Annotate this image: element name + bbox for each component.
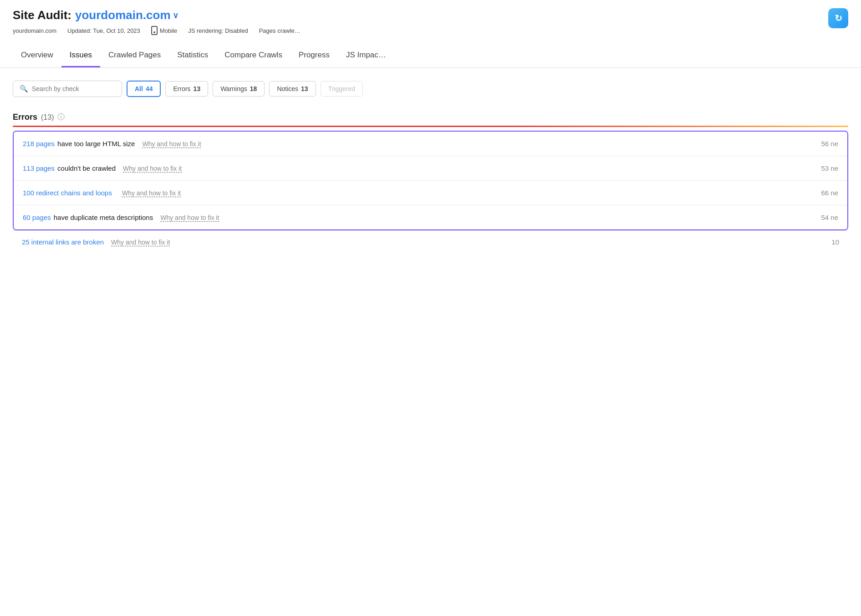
issue-text: 100 redirect chains and loops Why and ho… [23, 189, 812, 197]
meta-domain: yourdomain.com [13, 27, 56, 34]
tab-statistics[interactable]: Statistics [169, 44, 216, 67]
filter-all-count: 44 [146, 85, 153, 92]
issue-count-not-crawled: 53 ne [821, 164, 838, 172]
issue-link-duplicate-meta[interactable]: 60 pages [23, 214, 51, 221]
filter-notices-count: 13 [301, 85, 308, 92]
issues-container: 218 pages have too large HTML size Why a… [13, 131, 848, 230]
issue-row: 100 redirect chains and loops Why and ho… [14, 181, 847, 205]
tabs-nav: Overview Issues Crawled Pages Statistics… [0, 44, 861, 68]
tab-progress[interactable]: Progress [290, 44, 338, 67]
errors-section-header: Errors (13) ⓘ [13, 108, 848, 126]
errors-title: Errors [13, 112, 37, 122]
issue-count-html-size: 56 ne [821, 140, 838, 148]
issues-list: 218 pages have too large HTML size Why a… [13, 131, 848, 230]
issue-link-broken-internal[interactable]: 25 internal links are broken [22, 238, 104, 246]
issue-row: 218 pages have too large HTML size Why a… [14, 132, 847, 156]
filter-triggered-button[interactable]: Triggered [321, 81, 363, 97]
issue-row: 113 pages couldn't be crawled Why and ho… [14, 156, 847, 181]
filter-warnings-label: Warnings [220, 85, 247, 92]
issue-description-duplicate-meta: have duplicate meta descriptions [54, 214, 153, 221]
fix-link-html-size[interactable]: Why and how to fix it [142, 140, 201, 148]
issue-link-html-size[interactable]: 218 pages [23, 140, 55, 148]
issue-text: 113 pages couldn't be crawled Why and ho… [23, 164, 812, 172]
search-box[interactable]: 🔍 [13, 81, 122, 97]
meta-info-bar: yourdomain.com Updated: Tue, Oct 10, 202… [13, 26, 301, 35]
filter-notices-label: Notices [277, 85, 298, 92]
filters-row: 🔍 All 44 Errors 13 Warnings 18 Notices 1… [13, 81, 848, 97]
fix-link-broken-internal[interactable]: Why and how to fix it [111, 239, 170, 246]
site-audit-title: Site Audit: yourdomain.com ∨ [13, 8, 301, 22]
issue-count-duplicate-meta: 54 ne [821, 214, 838, 221]
filter-errors-label: Errors [173, 85, 190, 92]
issue-row: 60 pages have duplicate meta description… [14, 205, 847, 229]
refresh-icon: ↻ [835, 13, 842, 24]
issue-description-html-size: have too large HTML size [57, 140, 135, 148]
issue-description-not-crawled: couldn't be crawled [57, 164, 116, 172]
tab-crawled-pages[interactable]: Crawled Pages [100, 44, 169, 67]
fix-link-redirect-chains[interactable]: Why and how to fix it [122, 189, 181, 197]
issue-count-broken-internal: 10 [831, 238, 839, 246]
info-icon[interactable]: ⓘ [57, 112, 65, 122]
tab-compare-crawls[interactable]: Compare Crawls [216, 44, 290, 67]
domain-text: yourdomain.com [75, 8, 170, 22]
domain-link[interactable]: yourdomain.com ∨ [75, 8, 178, 22]
filter-warnings-button[interactable]: Warnings 18 [213, 81, 265, 97]
filter-all-label: All [135, 85, 143, 92]
page-header: Site Audit: yourdomain.com ∨ yourdomain.… [0, 0, 861, 40]
issue-text: 218 pages have too large HTML size Why a… [23, 140, 812, 148]
refresh-button[interactable]: ↻ [828, 8, 848, 28]
meta-js-rendering: JS rendering: Disabled [188, 27, 248, 34]
search-icon: 🔍 [20, 85, 28, 93]
issue-link-not-crawled[interactable]: 113 pages [23, 164, 55, 172]
filter-errors-button[interactable]: Errors 13 [165, 81, 208, 97]
tab-js-impact[interactable]: JS Impac… [338, 44, 394, 67]
tab-issues[interactable]: Issues [61, 44, 100, 67]
annotation-arrow [853, 249, 861, 253]
severity-bar [13, 126, 848, 127]
site-audit-label: Site Audit: [13, 8, 71, 22]
search-input[interactable] [32, 85, 115, 92]
issue-link-redirect-chains[interactable]: 100 redirect chains and loops [23, 189, 112, 197]
errors-count: (13) [41, 113, 54, 122]
issue-count-redirect-chains: 66 ne [821, 189, 838, 197]
filter-triggered-label: Triggered [328, 85, 355, 92]
meta-updated: Updated: Tue, Oct 10, 2023 [67, 27, 140, 34]
meta-pages-crawled: Pages crawle… [259, 27, 301, 34]
issue-text: 60 pages have duplicate meta description… [23, 214, 812, 221]
filter-warnings-count: 18 [250, 85, 257, 92]
header-left: Site Audit: yourdomain.com ∨ yourdomain.… [13, 8, 301, 35]
meta-device: Mobile [151, 26, 177, 35]
filter-errors-count: 13 [194, 85, 201, 92]
filter-notices-button[interactable]: Notices 13 [269, 81, 316, 97]
below-list-item: 25 internal links are broken Why and how… [13, 230, 848, 253]
issue-text-below: 25 internal links are broken Why and how… [22, 238, 822, 246]
fix-link-not-crawled[interactable]: Why and how to fix it [123, 165, 182, 172]
chevron-down-icon: ∨ [173, 10, 178, 20]
filter-all-button[interactable]: All 44 [127, 81, 161, 97]
content-area: 🔍 All 44 Errors 13 Warnings 18 Notices 1… [0, 68, 861, 253]
tab-overview[interactable]: Overview [13, 44, 61, 67]
mobile-icon [151, 26, 158, 35]
fix-link-duplicate-meta[interactable]: Why and how to fix it [160, 214, 219, 221]
